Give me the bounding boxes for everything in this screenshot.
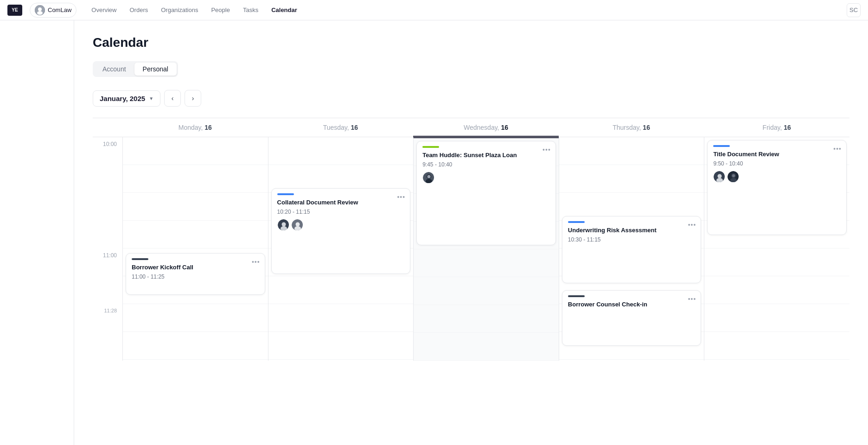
svg-point-4 (281, 222, 286, 226)
nav-tasks[interactable]: Tasks (237, 4, 264, 16)
event-team-huddle[interactable]: ••• Team Huddle: Sunset Plaza Loan 9:45 … (416, 141, 556, 245)
wednesday-column: ••• Team Huddle: Sunset Plaza Loan 9:45 … (413, 137, 559, 361)
tuesday-slot-8 (268, 332, 414, 360)
calendar-type-toggle: Account Personal (93, 61, 178, 77)
event-avatars (713, 171, 841, 183)
event-title: Team Huddle: Sunset Plaza Loan (422, 152, 550, 159)
event-borrower-counsel[interactable]: ••• Borrower Counsel Check-in (562, 290, 702, 346)
logo-text: YE (12, 7, 18, 13)
nav-people[interactable]: People (205, 4, 235, 16)
friday-slot-8 (704, 332, 849, 360)
event-underwriting[interactable]: ••• Underwriting Risk Assessment 10:30 -… (562, 216, 702, 283)
event-time: 9:50 - 10:40 (713, 160, 841, 167)
account-switcher[interactable]: ComLaw (30, 3, 77, 18)
avatar-1 (277, 219, 289, 231)
time-slot-blank1 (93, 165, 122, 193)
tuesday-slot-1 (268, 137, 414, 165)
svg-point-2 (37, 11, 43, 15)
event-color-bar (422, 146, 439, 148)
time-column: 10:00 11:00 11:28 (93, 137, 122, 361)
nav-sc-button[interactable]: SC (847, 3, 861, 17)
time-slot-11: 11:00 (93, 248, 122, 276)
svg-point-5 (281, 226, 287, 231)
day-header-wednesday: Wednesday, 16 (413, 118, 559, 137)
svg-point-19 (732, 174, 735, 177)
thursday-slot-2 (559, 165, 704, 193)
event-more-button[interactable]: ••• (542, 146, 551, 153)
monday-slot-3 (123, 193, 268, 221)
event-time: 10:20 - 11:15 (277, 209, 405, 215)
event-color-bar (713, 145, 730, 147)
day-header-thursday: Thursday, 16 (559, 118, 704, 137)
friday-slot-6 (704, 276, 849, 304)
avatar-5 (727, 171, 739, 183)
day-headers: Monday, 16 Tuesday, 16 Wednesday, 16 Thu… (93, 118, 849, 137)
event-title: Title Document Review (713, 151, 841, 159)
chevron-down-icon: ▼ (149, 96, 153, 101)
event-color-bar (277, 193, 294, 195)
nav-orders[interactable]: Orders (124, 4, 153, 16)
tab-personal[interactable]: Personal (134, 63, 177, 76)
page-title: Calendar (93, 35, 849, 50)
nav-right: SC (847, 3, 861, 17)
event-avatars (277, 219, 405, 231)
event-more-button[interactable]: ••• (252, 258, 260, 266)
friday-column: ••• Title Document Review 9:50 - 10:40 (704, 137, 849, 361)
nav-logo: YE (7, 5, 22, 16)
monday-slot-4 (123, 221, 268, 248)
friday-slot-5 (704, 248, 849, 276)
nav-organizations[interactable]: Organizations (155, 4, 204, 16)
account-avatar (35, 5, 45, 15)
monday-slot-8 (123, 332, 268, 360)
event-title: Collateral Document Review (277, 199, 405, 207)
thursday-column: ••• Underwriting Risk Assessment 10:30 -… (559, 137, 704, 361)
sidebar (0, 20, 74, 445)
event-collateral-doc[interactable]: ••• Collateral Document Review 10:20 - 1… (271, 188, 411, 274)
tuesday-slot-7 (268, 304, 414, 332)
time-slot-blank5 (93, 332, 122, 360)
svg-point-11 (426, 179, 432, 184)
event-time: 9:45 - 10:40 (422, 161, 550, 168)
monday-slot-7 (123, 304, 268, 332)
event-more-button[interactable]: ••• (688, 295, 696, 303)
svg-point-15 (716, 178, 723, 183)
day-header-monday: Monday, 16 (122, 118, 268, 137)
time-grid: 10:00 11:00 11:28 (93, 137, 849, 361)
event-more-button[interactable]: ••• (397, 193, 405, 201)
svg-point-7 (295, 222, 300, 226)
time-slot-1128: 11:28 (93, 304, 122, 332)
tuesday-slot-6 (268, 276, 414, 304)
wednesday-slot-6 (414, 277, 559, 305)
account-name: ComLaw (48, 6, 71, 13)
tab-account[interactable]: Account (94, 63, 134, 76)
prev-month-button[interactable]: ‹ (164, 90, 181, 107)
wednesday-slot-5 (414, 249, 559, 277)
event-borrower-kickoff[interactable]: ••• Borrower Kickoff Call 11:00 - 11:25 (126, 253, 265, 295)
event-time: 10:30 - 11:15 (568, 236, 696, 243)
next-month-button[interactable]: › (185, 90, 201, 107)
event-time: 11:00 - 11:25 (132, 273, 259, 280)
layout: Calendar Account Personal January, 2025 … (0, 20, 868, 445)
event-title-doc[interactable]: ••• Title Document Review 9:50 - 10:40 (707, 140, 847, 235)
svg-point-1 (38, 7, 42, 11)
event-title: Borrower Counsel Check-in (568, 301, 696, 309)
time-slot-blank4 (93, 276, 122, 304)
event-more-button[interactable]: ••• (688, 221, 696, 229)
svg-point-14 (718, 174, 722, 178)
nav-overview[interactable]: Overview (86, 4, 122, 16)
monday-column: ••• Borrower Kickoff Call 11:00 - 11:25 (122, 137, 268, 361)
tuesday-column: ••• Collateral Document Review 10:20 - 1… (268, 137, 414, 361)
event-avatars (422, 172, 550, 184)
nav-links: Overview Orders Organizations People Tas… (86, 4, 303, 16)
month-navigator: January, 2025 ▼ ‹ › (93, 90, 849, 107)
month-selector[interactable]: January, 2025 ▼ (93, 90, 160, 107)
avatar-3 (422, 172, 434, 184)
thursday-slot-1 (559, 137, 704, 165)
current-month: January, 2025 (100, 95, 145, 102)
nav-calendar[interactable]: Calendar (266, 4, 303, 16)
time-slot-blank2 (93, 193, 122, 221)
time-slot-blank3 (93, 221, 122, 248)
event-more-button[interactable]: ••• (833, 145, 842, 153)
calendar-grid: Monday, 16 Tuesday, 16 Wednesday, 16 Thu… (93, 118, 849, 361)
avatar-2 (291, 219, 303, 231)
